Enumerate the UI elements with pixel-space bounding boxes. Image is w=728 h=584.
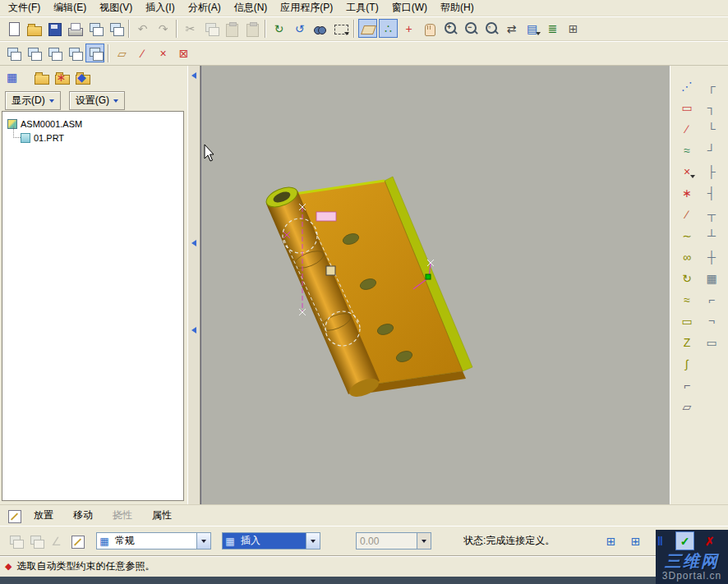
collapse-arrow-icon[interactable] bbox=[191, 240, 196, 246]
menu-item[interactable]: 窗口(W) bbox=[385, 0, 434, 16]
tree-node[interactable]: 01.PRT bbox=[6, 131, 182, 145]
print-icon[interactable] bbox=[65, 19, 84, 38]
axis-tag-toggle-icon[interactable]: ∕ bbox=[133, 44, 152, 62]
freeze-component-icon[interactable] bbox=[26, 531, 45, 550]
zoom-out-icon[interactable]: − bbox=[461, 19, 480, 38]
collapse-arrow-icon[interactable] bbox=[191, 72, 196, 79]
zoom-fit-icon[interactable]: ▫ bbox=[481, 19, 500, 38]
spline-tool-icon[interactable]: ≈ bbox=[678, 291, 696, 309]
revolve-tool-icon[interactable]: ↻ bbox=[678, 269, 696, 287]
zigzag-tool-icon[interactable]: Z bbox=[678, 333, 696, 352]
tile-window-icon[interactable] bbox=[24, 44, 43, 62]
new-file-icon[interactable] bbox=[3, 19, 22, 38]
copy-icon[interactable] bbox=[201, 19, 220, 38]
drag-handle[interactable] bbox=[326, 266, 335, 275]
layers-icon[interactable]: ≣ bbox=[543, 19, 562, 38]
point-display-toggle-icon[interactable]: ∴ bbox=[379, 19, 398, 38]
dropdown-button[interactable] bbox=[306, 533, 320, 549]
cascade-window-icon[interactable] bbox=[44, 44, 63, 62]
assembly-window-icon[interactable]: ⊞ bbox=[626, 531, 645, 550]
corner-tool-icon[interactable]: ⌐ bbox=[678, 376, 696, 394]
sweep-tool-icon[interactable]: ∫ bbox=[678, 355, 696, 373]
point-array-tool-icon[interactable]: ∗ bbox=[678, 184, 696, 202]
tree-settings-folder-icon[interactable]: ◆ bbox=[72, 67, 91, 86]
side-tool-icon-5[interactable]: ├ bbox=[703, 163, 721, 181]
panel-splitter[interactable] bbox=[187, 66, 200, 504]
graphics-area[interactable] bbox=[200, 66, 670, 504]
side-tool-icon-9[interactable]: ┼ bbox=[703, 248, 721, 266]
use-edge-tool-icon[interactable]: ∼ bbox=[678, 227, 696, 245]
side-tool-icon-1[interactable]: ┌ bbox=[703, 77, 721, 95]
collapse-arrow-icon[interactable] bbox=[191, 327, 196, 333]
tab-flexibility[interactable]: 挠性 bbox=[103, 506, 142, 525]
active-window-icon[interactable] bbox=[85, 44, 104, 62]
menu-item[interactable]: 编辑(E) bbox=[47, 0, 93, 16]
regenerate-icon[interactable]: ↻ bbox=[270, 19, 288, 38]
point-tag-toggle-icon[interactable]: × bbox=[154, 44, 173, 62]
auto-regenerate-icon[interactable]: ↺ bbox=[290, 19, 309, 38]
define-placement-icon[interactable] bbox=[67, 531, 86, 550]
side-tool-icon-13[interactable]: ▭ bbox=[703, 333, 721, 352]
tab-placement[interactable]: 放置 bbox=[24, 506, 63, 525]
tree-show-folder-icon[interactable] bbox=[31, 67, 50, 86]
display-menu-button[interactable]: 显示(D) bbox=[5, 91, 61, 110]
datum-point-tool-icon[interactable]: × bbox=[678, 163, 696, 181]
constraint-set-combo[interactable]: ▦ 常规 bbox=[96, 532, 211, 550]
curve-tool-icon[interactable]: ≈ bbox=[678, 141, 696, 159]
cancel-icon[interactable]: ✗ bbox=[700, 531, 719, 550]
paste-icon[interactable] bbox=[222, 19, 241, 38]
tree-node[interactable]: ASM0001.ASM bbox=[6, 117, 182, 131]
connection-type-combo[interactable]: ▦ 插入 bbox=[222, 532, 320, 550]
tab-properties[interactable]: 属性 bbox=[142, 506, 182, 525]
close-window-icon[interactable] bbox=[65, 44, 84, 62]
menu-item[interactable]: 视图(V) bbox=[93, 0, 139, 16]
pan-icon[interactable] bbox=[420, 19, 439, 38]
menu-item[interactable]: 信息(N) bbox=[228, 0, 274, 16]
delete-old-versions-icon[interactable] bbox=[106, 19, 125, 38]
open-file-icon[interactable] bbox=[24, 19, 43, 38]
constraint-list-icon[interactable]: ∠ bbox=[47, 531, 66, 550]
pause-icon[interactable]: ‖ bbox=[651, 531, 670, 550]
new-window-icon[interactable] bbox=[3, 44, 22, 62]
constraint-tag[interactable] bbox=[316, 212, 336, 221]
datum-axis-tool-icon[interactable]: ∕ bbox=[678, 120, 696, 138]
settings-menu-button[interactable]: 设置(G) bbox=[69, 91, 125, 110]
component-window-icon[interactable]: ⊞ bbox=[601, 531, 620, 550]
dropdown-button[interactable] bbox=[196, 533, 210, 549]
menu-item[interactable]: 帮助(H) bbox=[434, 0, 481, 16]
side-tool-icon-4[interactable]: ┘ bbox=[703, 141, 721, 159]
ok-icon[interactable]: ✓ bbox=[675, 531, 694, 550]
undo-icon[interactable]: ↶ bbox=[133, 19, 152, 38]
side-tool-icon-2[interactable]: ┐ bbox=[703, 99, 721, 117]
side-tool-icon-7[interactable]: ┬ bbox=[703, 205, 721, 223]
tree-columns-icon[interactable]: ▦ bbox=[2, 67, 21, 86]
connection-point[interactable] bbox=[426, 274, 431, 279]
save-icon[interactable] bbox=[44, 19, 63, 38]
menu-item[interactable]: 分析(A) bbox=[182, 0, 228, 16]
tab-move[interactable]: 移动 bbox=[63, 506, 103, 525]
cut-icon[interactable]: ✂ bbox=[181, 19, 200, 38]
side-tool-icon-3[interactable]: └ bbox=[703, 120, 721, 138]
side-tool-icon-8[interactable]: ┴ bbox=[703, 227, 721, 245]
datum-display-toggle-icon[interactable] bbox=[358, 19, 377, 38]
side-tool-icon-11[interactable]: ⌐ bbox=[703, 291, 721, 309]
zoom-in-icon[interactable]: + bbox=[440, 19, 459, 38]
csys-tag-toggle-icon[interactable]: ⊠ bbox=[174, 44, 193, 62]
menu-item[interactable]: 工具(T) bbox=[339, 0, 385, 16]
side-tool-icon-6[interactable]: ┤ bbox=[703, 184, 721, 202]
tree-search-folder-icon[interactable]: ∗ bbox=[52, 67, 71, 86]
side-tool-icon-10[interactable]: ▦ bbox=[703, 269, 721, 287]
flatten-tool-icon[interactable]: ▱ bbox=[678, 398, 696, 416]
menu-item[interactable]: 文件(F) bbox=[2, 0, 47, 16]
find-icon[interactable] bbox=[311, 19, 329, 38]
snap-settings-icon[interactable]: ⋰ bbox=[678, 77, 696, 95]
selection-filter-icon[interactable] bbox=[331, 19, 350, 38]
menu-item[interactable]: 应用程序(P) bbox=[274, 0, 339, 16]
sketched-axis-tool-icon[interactable]: ∕ bbox=[678, 205, 696, 223]
assembly-canvas[interactable] bbox=[201, 66, 670, 504]
view-manager-icon[interactable]: ⊞ bbox=[564, 19, 583, 38]
rectangle-tool-icon[interactable]: ▭ bbox=[678, 312, 696, 330]
erase-display-icon[interactable] bbox=[85, 19, 104, 38]
spin-center-icon[interactable]: + bbox=[399, 19, 418, 38]
saved-views-icon[interactable]: ▤ bbox=[523, 19, 541, 38]
